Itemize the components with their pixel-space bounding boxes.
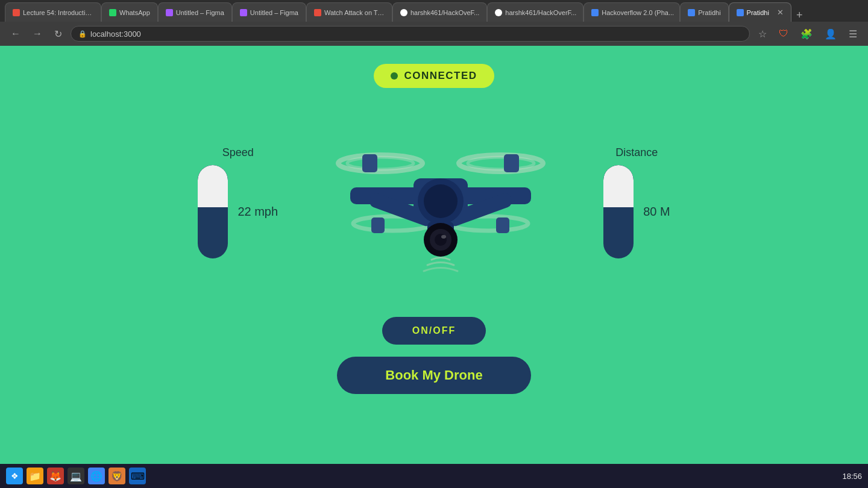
svg-point-16 (424, 184, 458, 218)
main-content: CONNECTED Speed 22 mph (0, 46, 868, 464)
tab-close-icon[interactable]: ✕ (777, 8, 784, 17)
taskbar: ❖ 📁 🦊 💻 🌐 🦁 ⌨ 18:56 (0, 464, 868, 488)
taskbar-right: 18:56 (842, 472, 862, 481)
reload-button[interactable]: ↻ (51, 26, 66, 42)
drone-svg (314, 106, 567, 299)
speed-label: Speed (222, 146, 254, 159)
svg-rect-12 (504, 154, 519, 172)
speed-value: 22 mph (237, 205, 278, 219)
taskbar-manjaro-icon[interactable]: ❖ (6, 468, 23, 484)
taskbar-firefox-icon[interactable]: 🦊 (47, 468, 64, 484)
distance-gauge-row: 80 M (603, 165, 670, 258)
svg-rect-11 (362, 154, 377, 172)
tab-pratidhi-active[interactable]: Pratidhi ✕ (729, 2, 791, 22)
onoff-button[interactable]: ON/OFF (382, 317, 486, 345)
back-button[interactable]: ← (7, 26, 24, 42)
svg-rect-14 (496, 217, 509, 233)
tab-favicon (109, 9, 116, 16)
distance-value: 80 M (643, 205, 670, 219)
taskbar-left: ❖ 📁 🦊 💻 🌐 🦁 ⌨ (6, 468, 146, 484)
svg-point-1 (347, 157, 414, 169)
speed-gauge-row: 22 mph (198, 165, 278, 258)
drone-illustration (314, 106, 567, 299)
svg-point-21 (441, 235, 446, 239)
taskbar-time: 18:56 (842, 472, 862, 481)
lock-icon: 🔒 (78, 30, 87, 38)
tab-lecture[interactable]: Lecture 54: Introductio... (5, 2, 101, 22)
speed-fill-top (198, 165, 228, 207)
url-text: localhost:3000 (90, 30, 141, 39)
tab-favicon (314, 9, 321, 16)
tab-whatsapp[interactable]: WhatsApp (101, 2, 158, 22)
user-profile-icon[interactable]: 👤 (821, 26, 840, 42)
buttons-area: ON/OFF Book My Drone (337, 317, 530, 394)
browser-tabs: Lecture 54: Introductio... WhatsApp Unti… (0, 0, 868, 22)
taskbar-terminal-icon[interactable]: 💻 (68, 468, 84, 484)
taskbar-brave-icon[interactable]: 🦁 (108, 468, 125, 484)
new-tab-button[interactable]: + (796, 9, 803, 22)
tab-github1[interactable]: harshk461/HackOveF... (392, 2, 487, 22)
tab-favicon (166, 9, 173, 16)
speed-gauge: Speed 22 mph (198, 146, 278, 258)
svg-rect-13 (371, 217, 385, 233)
tab-github2[interactable]: harshk461/HackOverF... (487, 2, 583, 22)
tab-attack[interactable]: Watch Attack on Titan... (306, 2, 392, 22)
taskbar-files-icon[interactable]: 📁 (27, 468, 43, 484)
extensions-icon[interactable]: 🧩 (797, 26, 816, 42)
brave-shield-icon[interactable]: 🛡 (775, 26, 792, 42)
nav-bar: ← → ↻ 🔒 localhost:3000 ☆ 🛡 🧩 👤 ☰ (0, 22, 868, 46)
distance-fill-top (603, 165, 634, 207)
tab-favicon (495, 9, 502, 16)
tab-figma1[interactable]: Untitled – Figma (158, 2, 232, 22)
connected-label: CONNECTED (404, 70, 477, 82)
connected-dot-icon (391, 72, 398, 80)
tab-favicon (591, 9, 599, 16)
tab-favicon (737, 9, 744, 16)
menu-icon[interactable]: ☰ (845, 26, 861, 42)
svg-point-3 (468, 157, 534, 169)
drone-area: Speed 22 mph (133, 106, 735, 299)
connected-badge: CONNECTED (374, 64, 494, 88)
distance-label: Distance (615, 146, 658, 159)
tab-favicon (240, 9, 247, 16)
tab-favicon (13, 9, 20, 16)
tab-favicon (688, 9, 695, 16)
speed-bar (198, 165, 228, 258)
distance-gauge: Distance 80 M (603, 146, 670, 258)
bookmark-icon[interactable]: ☆ (755, 26, 770, 42)
taskbar-vscode-icon[interactable]: ⌨ (129, 468, 146, 484)
book-drone-button[interactable]: Book My Drone (337, 357, 530, 394)
tab-hackoverflow[interactable]: Hackoverflow 2.0 (Pha... (583, 2, 680, 22)
taskbar-chrome-icon[interactable]: 🌐 (88, 468, 105, 484)
tab-favicon (400, 9, 407, 16)
tab-pratidhi1[interactable]: Pratidhi (680, 2, 728, 22)
tab-figma2[interactable]: Untitled – Figma (232, 2, 306, 22)
distance-bar (603, 165, 634, 258)
address-bar[interactable]: 🔒 localhost:3000 (71, 26, 750, 42)
forward-button[interactable]: → (29, 26, 46, 42)
